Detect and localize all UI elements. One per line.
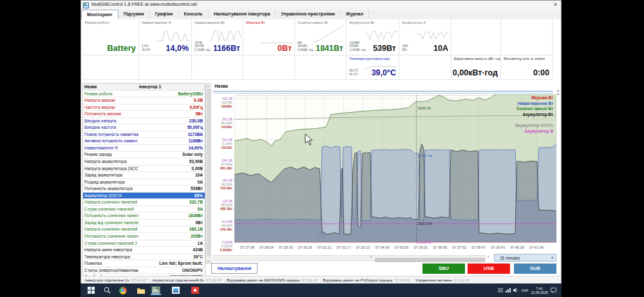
- status-time-2: 07:41:49: [206, 278, 222, 282]
- table-row-18[interactable]: Струм сонячних панелей5А: [83, 206, 205, 213]
- table-row-21[interactable]: Напруга сонячних панелей 2389,1В: [83, 226, 205, 233]
- hscroll-right-icon[interactable]: ›: [488, 254, 489, 259]
- start-icon[interactable]: [86, 285, 96, 295]
- gauge-value: 39,0°C: [372, 68, 396, 77]
- table-row-11[interactable]: Напруга акумулятора53,90В: [83, 158, 205, 166]
- table-row-24[interactable]: Напруга шини інвертора424В: [83, 247, 205, 254]
- table-row-15[interactable]: Потужність акумулятора539Вт: [83, 186, 205, 193]
- tab-3[interactable]: Графіки: [150, 10, 179, 18]
- close-icon[interactable]: ×: [554, 1, 557, 8]
- table-row-17[interactable]: Напруга сонячних панелей332,7В: [83, 199, 205, 206]
- titlebar: MultiSIBControl 1.8 FREE at www.multisib…: [81, 1, 561, 10]
- row-label: Напруга шини інвертора: [84, 247, 132, 252]
- interval-value: 15 minutes: [500, 256, 520, 260]
- clock[interactable]: 7:41 11.09.2025: [531, 287, 548, 294]
- y-axis-tick-6: 120.0В28.82%480.5Вт: [209, 199, 232, 211]
- language-indicator[interactable]: УКР: [521, 289, 528, 292]
- gauge-value: 1841Вт: [316, 44, 343, 53]
- gauge-minmax: 147Вт1567Вт2,15кВт·год: [194, 41, 210, 52]
- tab-5[interactable]: Налаштування інвертора: [209, 10, 276, 18]
- scroll-down-icon[interactable]: ▼: [207, 260, 209, 263]
- gauge-minmax: 2,0%26,0%: [142, 44, 150, 52]
- x-axis-tick-14: 07:39:43: [487, 245, 509, 249]
- mode-button-usb[interactable]: USB: [468, 263, 510, 274]
- cloud-app-icon[interactable]: [171, 285, 181, 295]
- table-row-26[interactable]: ПомилкаLine fail; Eprom fault;: [83, 260, 205, 267]
- table-row-10[interactable]: Режим зарядуSolar only: [83, 151, 205, 158]
- row-value: 53,90В: [189, 159, 203, 164]
- mode-button-sbu[interactable]: SBU: [422, 263, 465, 274]
- gauge-value: 0Вт: [278, 44, 292, 53]
- row-value: 0А: [198, 180, 203, 184]
- svg-text:1,037 W: 1,037 W: [418, 154, 433, 158]
- chrome-icon[interactable]: [118, 285, 128, 295]
- row-label: Режим заряду: [84, 152, 112, 157]
- table-row-25[interactable]: Температура інвертора39°C: [83, 254, 205, 261]
- table-header-name: Назва: [84, 84, 97, 89]
- monitor-screen: MultiSIBControl 1.8 FREE at www.multisib…: [80, 0, 562, 297]
- tab-1[interactable]: Моніторинг: [81, 10, 118, 20]
- legend-item-4[interactable]: Акумулятор Вт: [515, 112, 553, 118]
- svg-text:0.000 В: 0.000 В: [418, 240, 431, 244]
- chart-hscrollbar[interactable]: [213, 255, 486, 261]
- table-row-6[interactable]: Вихідна частота50,00Гц: [83, 124, 205, 131]
- tab-2[interactable]: Підсумки: [118, 10, 150, 18]
- scroll-up-icon[interactable]: ▲: [207, 84, 209, 88]
- x-axis-tick-1: 07:27:38: [236, 245, 258, 249]
- legend-item-6[interactable]: Акумулятор В: [515, 129, 553, 135]
- legend-item-2[interactable]: Навантаження Вт: [515, 101, 553, 107]
- red-app-icon[interactable]: [190, 285, 200, 295]
- x-axis-tick-5: 07:31:21: [314, 245, 336, 249]
- search-icon[interactable]: [102, 285, 112, 295]
- table-row-12[interactable]: Напруга акумулятора (SCC)0,00В: [83, 166, 205, 173]
- settings-button[interactable]: Налаштування: [211, 263, 258, 274]
- keyboard-icon[interactable]: [498, 288, 503, 292]
- tab-4[interactable]: Консоль: [178, 10, 209, 18]
- tab-6[interactable]: Управління пристроями: [276, 10, 341, 18]
- table-row-13[interactable]: Заряд акумулятора10А: [83, 172, 205, 179]
- chart-plot[interactable]: 0В1650 W1,037 W269.0 W0.000 В: [234, 94, 556, 245]
- table-row-4[interactable]: Потужність мережі0Вт: [83, 111, 205, 118]
- table-row-9[interactable]: Навантаження %14,00%: [83, 145, 205, 152]
- legend-item-5[interactable]: Акумулятор SOC%: [515, 123, 553, 129]
- gauge-sparkline: [157, 24, 190, 44]
- table-row-27[interactable]: Статус (інвертор/Навантаже...ON/ON/PV: [83, 267, 205, 274]
- legend-item-1[interactable]: Мережа Вт: [515, 95, 553, 101]
- table-row-7[interactable]: Повна потужність навантаж..1172ВА: [83, 131, 205, 139]
- table-row-3[interactable]: Частота мережі0,00Гц: [83, 104, 205, 111]
- interval-select[interactable]: 15 minutes ▼: [494, 254, 556, 262]
- chart-header-scrollbar[interactable]: [213, 91, 553, 93]
- table-row-23[interactable]: Струм сонячних панелей 21А: [83, 240, 205, 247]
- network-icon[interactable]: [506, 288, 511, 292]
- mode-button-sub[interactable]: SUB: [514, 263, 556, 274]
- gauge-empty: [451, 19, 501, 55]
- hscroll-left-icon[interactable]: ‹: [370, 254, 372, 259]
- notification-icon[interactable]: [551, 287, 556, 293]
- gauge-value: Battery: [107, 43, 136, 53]
- table-scrollbar[interactable]: ▲ ▼: [205, 83, 211, 264]
- row-value: 89%: [194, 193, 203, 198]
- table-row-20[interactable]: Заряд від сонячних панелей0Вт: [83, 220, 205, 227]
- table-row-19[interactable]: Потужність сонячних панелей1636Вт: [83, 213, 205, 220]
- gauge-empty: [399, 55, 451, 80]
- x-axis-tick-9: 07:35:05: [390, 245, 412, 249]
- explorer-icon[interactable]: [136, 285, 146, 295]
- table-row-5[interactable]: Вихідна напруга230,0В: [83, 118, 205, 125]
- table-row-16[interactable]: Акумулятор SOC%89%: [83, 193, 205, 200]
- tab-7[interactable]: Журнал: [341, 10, 369, 18]
- table-row-2[interactable]: Напруга мережі0.0В: [83, 97, 205, 104]
- gauge-label: Режим роботи: [85, 21, 109, 24]
- table-row-22[interactable]: Потужність сонячних панеле...205Вт: [83, 233, 205, 240]
- legend-item-3[interactable]: Сонячні панелі Вт: [515, 106, 553, 112]
- row-label: Заряд від сонячних панелей: [84, 220, 138, 225]
- table-header: Назва Інвертор 1: [83, 84, 205, 91]
- table-row-8[interactable]: Активна потужність навант...1166Вт: [83, 138, 205, 145]
- gauge-label: Remaining time to switch: [504, 57, 545, 61]
- table-row-14[interactable]: Розряд акумулятора0А: [83, 179, 205, 186]
- chart-hscroll-thumb[interactable]: [375, 258, 485, 262]
- row-label: Потужність сонячних панеле...: [84, 234, 138, 238]
- volume-icon[interactable]: [513, 288, 518, 292]
- table-row-1[interactable]: Режим роботиBattery/SBU: [83, 91, 205, 98]
- multisibcontrol-icon[interactable]: [151, 285, 161, 295]
- chart-scroll-down-icon[interactable]: ▼: [556, 93, 560, 96]
